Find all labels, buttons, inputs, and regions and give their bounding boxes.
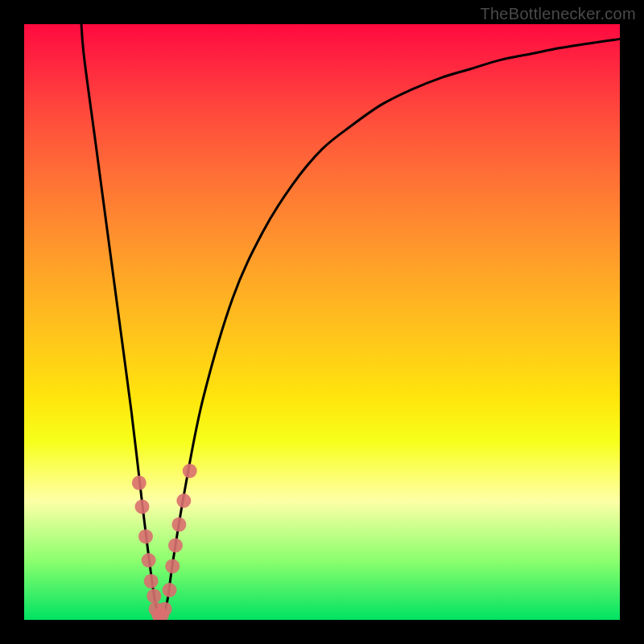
plot-area [24, 24, 620, 620]
data-dot [171, 518, 186, 532]
watermark-text: TheBottlenecker.com [480, 5, 636, 23]
data-dot [183, 464, 197, 478]
bottleneck-curve [80, 24, 620, 620]
data-dot [138, 529, 153, 543]
data-dot [135, 499, 150, 514]
chart-container: TheBottlenecker.com [0, 0, 644, 644]
data-dot [176, 493, 191, 508]
data-dot [168, 539, 183, 553]
data-dot [158, 602, 172, 617]
data-dot [165, 559, 180, 573]
data-dot [142, 553, 156, 568]
data-dot [144, 574, 159, 588]
data-dot [147, 588, 161, 603]
chart-svg [24, 24, 620, 620]
data-dot [132, 476, 147, 490]
data-dot [163, 583, 177, 597]
